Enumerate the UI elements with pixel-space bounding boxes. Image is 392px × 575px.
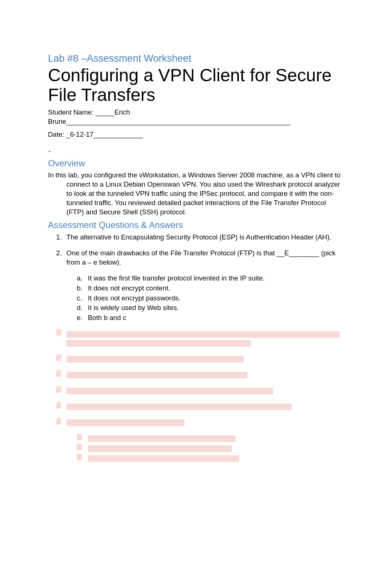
- redacted-text: [88, 445, 232, 452]
- option-letter: d.: [77, 303, 82, 313]
- question-text: The alternative to Encapsulating Securit…: [66, 233, 331, 241]
- overview-text: In this lab, you configured the vWorksta…: [48, 171, 344, 217]
- option-text: Both b and c: [88, 314, 126, 321]
- redacted-number: [56, 402, 61, 409]
- overview-heading: Overview: [48, 157, 344, 169]
- redacted-question: [48, 329, 344, 348]
- lab-title: Configuring a VPN Client for Secure File…: [48, 66, 344, 105]
- redacted-text: [88, 455, 239, 462]
- redacted-number: [56, 354, 61, 361]
- redacted-question: [48, 418, 344, 427]
- dash-separator: -: [48, 144, 344, 157]
- redacted-number: [56, 329, 61, 336]
- redacted-option: [48, 454, 344, 463]
- date-line: Date: _6-12-17_____________: [48, 130, 344, 139]
- redacted-text: [66, 331, 340, 338]
- option-item: b. It does not encrypt content.: [88, 284, 344, 293]
- option-text: It does not encrypt passwords.: [88, 294, 180, 302]
- redacted-text: [66, 404, 292, 410]
- options-list: a. It was the first file transfer protoc…: [66, 274, 344, 323]
- redacted-number: [56, 418, 61, 425]
- question-item: 2. One of the main drawbacks of the File…: [66, 249, 344, 323]
- redacted-block: [48, 329, 344, 463]
- question-list: 1. The alternative to Encapsulating Secu…: [48, 233, 344, 323]
- redacted-question: [48, 354, 344, 364]
- assessment-heading: Assessment Questions & Answers: [48, 219, 344, 231]
- redacted-question: [48, 370, 344, 380]
- redacted-text: [66, 340, 251, 347]
- option-letter: b.: [77, 284, 82, 293]
- student-name-line: Student Name: _____Erich Brune__________…: [48, 108, 344, 126]
- redacted-letter: [77, 434, 82, 440]
- redacted-text: [88, 435, 235, 442]
- option-item: c. It does not encrypt passwords.: [88, 294, 344, 303]
- redacted-number: [56, 386, 61, 393]
- option-text: It does not encrypt content.: [88, 284, 170, 292]
- option-letter: a.: [77, 274, 82, 283]
- question-number: 1.: [56, 233, 62, 242]
- option-letter: e.: [77, 313, 82, 323]
- option-text: It was the first file transfer protocol …: [88, 274, 265, 282]
- redacted-text: [66, 388, 273, 394]
- redacted-letter: [77, 454, 82, 460]
- question-item: 1. The alternative to Encapsulating Secu…: [66, 233, 344, 242]
- option-item: d. It is widely used by Web sites.: [88, 303, 344, 313]
- option-item: a. It was the first file transfer protoc…: [88, 274, 344, 283]
- redacted-text: [66, 372, 247, 378]
- option-letter: c.: [77, 294, 82, 303]
- redacted-text: [66, 356, 244, 363]
- redacted-option: [48, 434, 344, 443]
- redacted-option: [48, 444, 344, 453]
- option-item: e. Both b and c: [88, 313, 344, 323]
- redacted-question: [48, 386, 344, 395]
- lab-subtitle: Lab #8 –Assessment Worksheet: [48, 52, 344, 65]
- redacted-text: [66, 419, 185, 426]
- redacted-letter: [77, 444, 82, 450]
- question-text: One of the main drawbacks of the File Tr…: [66, 249, 336, 266]
- redacted-number: [56, 370, 61, 377]
- option-text: It is widely used by Web sites.: [88, 304, 179, 312]
- redacted-question: [48, 402, 344, 411]
- question-number: 2.: [56, 249, 62, 258]
